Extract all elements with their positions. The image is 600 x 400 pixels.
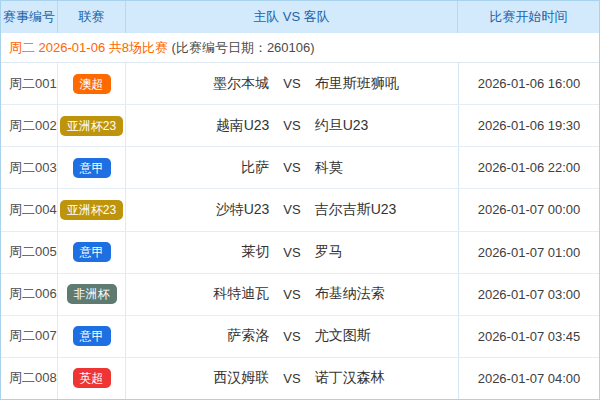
- match-row: 周二004 亚洲杯23 沙特U23 VS 吉尔吉斯U23 2026-01-07 …: [1, 189, 599, 231]
- vs-label: VS: [283, 118, 300, 133]
- match-id: 周二005: [1, 232, 58, 273]
- league-badge: 意甲: [73, 158, 111, 178]
- match-rows: 周二001 澳超 墨尔本城 VS 布里斯班狮吼 2026-01-06 16:00…: [1, 63, 599, 399]
- away-team: 尤文图斯: [315, 327, 458, 345]
- vs-label: VS: [283, 160, 300, 175]
- match-id: 周二001: [1, 63, 58, 104]
- table-header: 赛事编号 联赛 主队 VS 客队 比赛开始时间: [1, 1, 599, 33]
- match-row: 周二001 澳超 墨尔本城 VS 布里斯班狮吼 2026-01-06 16:00: [1, 63, 599, 105]
- vs-label: VS: [283, 245, 300, 260]
- away-team: 布里斯班狮吼: [315, 75, 458, 93]
- start-time: 2026-01-06 19:30: [458, 105, 599, 146]
- away-team: 科莫: [315, 159, 458, 177]
- start-time: 2026-01-07 03:45: [458, 316, 599, 357]
- start-time: 2026-01-07 00:00: [458, 189, 599, 230]
- match-row: 周二003 意甲 比萨 VS 科莫 2026-01-06 22:00: [1, 147, 599, 189]
- vs-label: VS: [283, 371, 300, 386]
- league-badge: 英超: [73, 368, 111, 388]
- match-id: 周二003: [1, 147, 58, 188]
- home-team: 萨索洛: [126, 327, 269, 345]
- match-row: 周二006 非洲杯 科特迪瓦 VS 布基纳法索 2026-01-07 03:00: [1, 274, 599, 316]
- match-row: 周二008 英超 西汉姆联 VS 诺丁汉森林 2026-01-07 04:00: [1, 358, 599, 399]
- match-id: 周二002: [1, 105, 58, 146]
- match-id: 周二006: [1, 274, 58, 315]
- header-home-vs-away: 主队 VS 客队: [126, 1, 458, 33]
- league-badge: 亚洲杯23: [60, 200, 123, 220]
- start-time: 2026-01-07 01:00: [458, 232, 599, 273]
- league-badge: 非洲杯: [67, 284, 117, 304]
- home-team: 墨尔本城: [126, 75, 269, 93]
- header-match-id: 赛事编号: [1, 1, 58, 33]
- vs-label: VS: [283, 76, 300, 91]
- match-id: 周二004: [1, 189, 58, 230]
- away-team: 罗马: [315, 243, 458, 261]
- vs-label: VS: [283, 202, 300, 217]
- match-row: 周二005 意甲 莱切 VS 罗马 2026-01-07 01:00: [1, 232, 599, 274]
- date-summary-note: (比赛编号日期：260106): [168, 39, 315, 57]
- away-team: 约旦U23: [315, 117, 458, 135]
- home-team: 西汉姆联: [126, 369, 269, 387]
- home-team: 沙特U23: [126, 201, 269, 219]
- start-time: 2026-01-07 03:00: [458, 274, 599, 315]
- away-team: 吉尔吉斯U23: [315, 201, 458, 219]
- start-time: 2026-01-06 22:00: [458, 147, 599, 188]
- match-id: 周二008: [1, 358, 58, 399]
- league-badge: 亚洲杯23: [60, 116, 123, 136]
- vs-label: VS: [283, 287, 300, 302]
- home-team: 莱切: [126, 243, 269, 261]
- away-team: 布基纳法索: [315, 285, 458, 303]
- date-summary-bar: 周二 2026-01-06 共8场比赛 (比赛编号日期：260106): [1, 33, 599, 63]
- start-time: 2026-01-07 04:00: [458, 358, 599, 399]
- home-team: 比萨: [126, 159, 269, 177]
- home-team: 越南U23: [126, 117, 269, 135]
- away-team: 诺丁汉森林: [315, 369, 458, 387]
- match-row: 周二007 意甲 萨索洛 VS 尤文图斯 2026-01-07 03:45: [1, 316, 599, 358]
- league-badge: 意甲: [73, 326, 111, 346]
- match-id: 周二007: [1, 316, 58, 357]
- home-team: 科特迪瓦: [126, 285, 269, 303]
- match-row: 周二002 亚洲杯23 越南U23 VS 约旦U23 2026-01-06 19…: [1, 105, 599, 147]
- date-summary-highlight: 周二 2026-01-06 共8场比赛: [9, 39, 168, 57]
- header-start-time: 比赛开始时间: [458, 1, 599, 33]
- start-time: 2026-01-06 16:00: [458, 63, 599, 104]
- league-badge: 澳超: [73, 74, 111, 94]
- vs-label: VS: [283, 329, 300, 344]
- match-schedule-table: 赛事编号 联赛 主队 VS 客队 比赛开始时间 周二 2026-01-06 共8…: [0, 0, 600, 400]
- league-badge: 意甲: [73, 242, 111, 262]
- header-league: 联赛: [58, 1, 126, 33]
